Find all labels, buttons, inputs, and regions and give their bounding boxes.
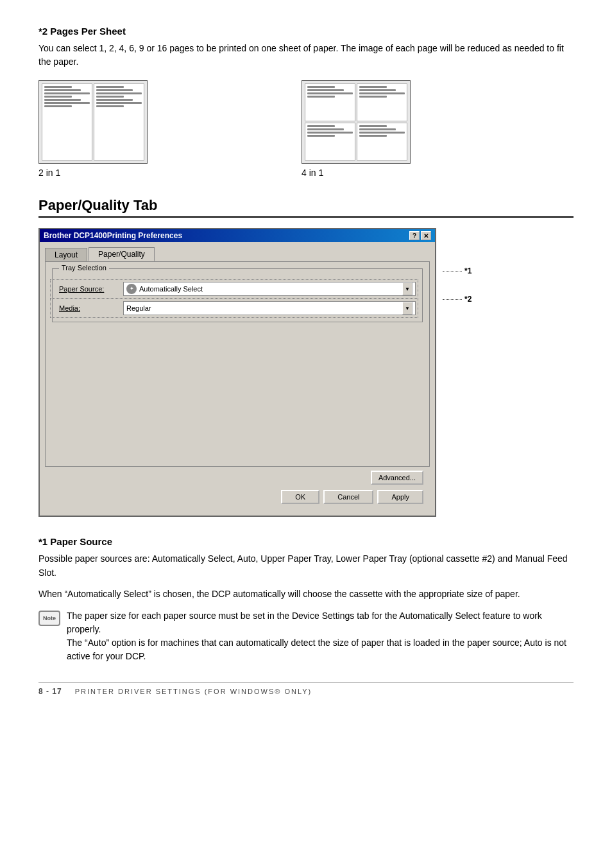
footer-chapter: PRINTER DRIVER SETTINGS (FOR WINDOWS® ON…: [75, 688, 312, 695]
dialog-wrapper: Brother DCP1400Printing Preferences ? ✕ …: [38, 228, 574, 517]
dialog-title: Brother DCP1400Printing Preferences: [44, 231, 182, 240]
footer-page-num: 8 - 17: [38, 687, 62, 696]
paper-quality-heading: Paper/Quality Tab: [38, 197, 574, 218]
media-value: Regular: [126, 304, 151, 312]
dialog-close-button[interactable]: ✕: [421, 231, 431, 240]
star2-label: *2: [464, 295, 472, 304]
cancel-button[interactable]: Cancel: [323, 490, 373, 504]
paper-source-row: Paper Source: ✦ Automatically Select ▼: [59, 282, 416, 296]
thumb-page: [357, 123, 407, 161]
page-footer: 8 - 17 PRINTER DRIVER SETTINGS (FOR WIND…: [38, 682, 574, 696]
note-icon-inner: Note: [38, 611, 60, 626]
tray-selection-legend: Tray Selection: [59, 264, 109, 272]
paper-source-para1: Possible paper sources are: Automaticall…: [38, 552, 574, 580]
pages-per-sheet-section: *2 Pages Per Sheet You can select 1, 2, …: [38, 26, 574, 178]
star2-annotation: *2: [443, 295, 472, 304]
thumb-page: [94, 83, 144, 161]
media-dropdown-arrow[interactable]: ▼: [402, 302, 412, 315]
thumb-page: [357, 83, 407, 121]
note-box: Note The paper size for each paper sourc…: [38, 609, 574, 663]
auto-select-icon: ✦: [126, 284, 137, 294]
thumb-2in1-label: 2 in 1: [38, 168, 60, 178]
paper-source-notes-section: *1 Paper Source Possible paper sources a…: [38, 536, 574, 663]
thumb-4in1-label: 4 in 1: [302, 168, 323, 178]
dialog-action-buttons: OK Cancel Apply: [281, 490, 423, 504]
dialog-titlebar: Brother DCP1400Printing Preferences ? ✕: [40, 229, 435, 242]
thumb-page: [42, 83, 92, 161]
dialog-titlebar-buttons: ? ✕: [409, 231, 431, 240]
dialog-panel: Tray Selection Paper Source: ✦ Automatic…: [45, 261, 430, 467]
dialog-bottom-row: Advanced...: [45, 467, 430, 490]
paper-source-para2: When “Automatically Select” is chosen, t…: [38, 587, 574, 602]
paper-source-value: ✦ Automatically Select: [126, 284, 203, 294]
star1-annotation: *1: [443, 266, 472, 275]
thumb-page: [305, 123, 355, 161]
dialog-box: Brother DCP1400Printing Preferences ? ✕ …: [38, 228, 436, 517]
paper-source-label: Paper Source:: [59, 285, 123, 293]
paper-source-dropdown-arrow[interactable]: ▼: [402, 282, 412, 295]
pages-per-sheet-body: You can select 1, 2, 4, 6, 9 or 16 pages…: [38, 42, 574, 69]
star-annotations: *1 *2: [443, 266, 472, 304]
thumb-2in1-group: 2 in 1: [38, 80, 148, 178]
dialog-content: Layout Paper/Quality Tray Selection Pape…: [40, 242, 435, 516]
thumb-2in1-box: [38, 80, 148, 164]
thumb-4in1-box: [302, 80, 411, 164]
star1-label: *1: [464, 266, 472, 275]
paper-source-heading: *1 Paper Source: [38, 536, 574, 547]
dialog-spacer: [52, 329, 423, 438]
tray-selection-group: Tray Selection Paper Source: ✦ Automatic…: [52, 268, 423, 322]
star2-line: [443, 299, 462, 300]
star1-line: [443, 271, 462, 272]
tab-layout[interactable]: Layout: [45, 248, 87, 261]
tab-paper-quality[interactable]: Paper/Quality: [89, 247, 155, 261]
apply-button[interactable]: Apply: [377, 490, 423, 504]
media-label: Media:: [59, 304, 123, 312]
pages-per-sheet-heading: *2 Pages Per Sheet: [38, 26, 574, 37]
media-row: Media: Regular ▼: [59, 301, 416, 315]
note-icon: Note: [38, 611, 63, 629]
thumb-4in1-group: 4 in 1: [302, 80, 411, 178]
ok-button[interactable]: OK: [281, 490, 319, 504]
dialog-help-button[interactable]: ?: [409, 231, 420, 240]
note-text-block: The paper size for each paper source mus…: [67, 609, 574, 663]
paper-quality-section: Paper/Quality Tab Brother DCP1400Printin…: [38, 197, 574, 517]
thumb-page: [305, 83, 355, 121]
dialog-action-row: OK Cancel Apply: [45, 490, 430, 510]
media-select[interactable]: Regular ▼: [123, 301, 416, 315]
thumbnails-row: 2 in 1: [38, 80, 574, 178]
paper-source-select[interactable]: ✦ Automatically Select ▼: [123, 282, 416, 296]
advanced-button[interactable]: Advanced...: [371, 471, 423, 485]
dialog-tabs: Layout Paper/Quality: [45, 247, 430, 261]
